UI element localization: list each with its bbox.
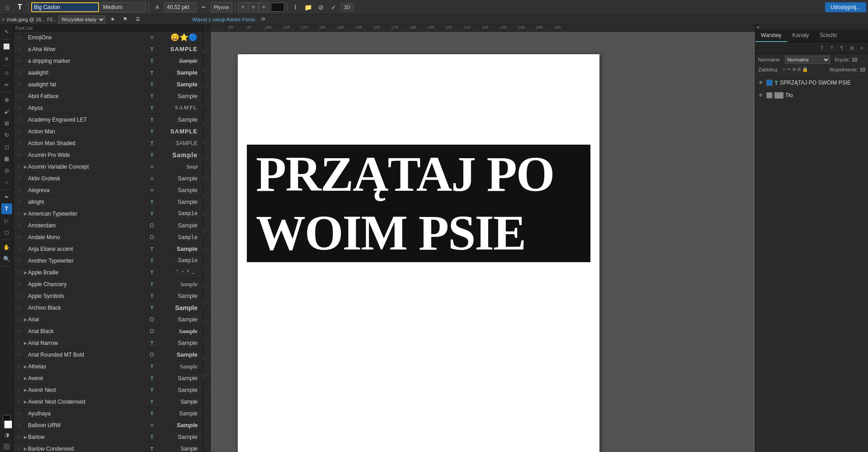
expand-icon[interactable]: ▶ [23,165,28,169]
settings-filter-icon[interactable]: ☰ [132,14,143,25]
background-color-box[interactable] [4,420,12,428]
font-list-item[interactable]: ☆AmsterdamOSample [14,220,203,231]
adobe-fonts-icon[interactable]: ⟳ [258,14,269,25]
color-box[interactable] [271,3,284,12]
layer-visibility-icon[interactable]: 👁 [757,80,764,86]
udostepnij-button[interactable]: Udostępnij... [825,2,866,12]
font-list-item[interactable]: ☆Alegreva⊕Sample [14,184,203,196]
font-list-item[interactable]: ☆Abril FatfaceTSample [14,90,203,102]
star-filter-icon[interactable]: ★ [107,14,118,25]
font-list-item[interactable]: ☆Arial BlackOSample [14,325,203,337]
star-icon[interactable]: ☆ [15,246,23,252]
tab-sciezki[interactable]: Ścieżki [814,29,842,42]
font-list-item[interactable]: ☆▶Avenir Next CondensedTSample [14,396,203,408]
font-list-item[interactable]: ☆Aktiv Grotesk⊕Sample [14,173,203,184]
expand-icon[interactable]: ▶ [23,212,28,216]
star-icon[interactable]: ☆ [15,34,23,40]
font-list-item[interactable]: ☆a dripping markerTSample [14,55,203,67]
star-icon[interactable]: ☆ [15,70,23,75]
adobe-fonts-link[interactable]: Więcej z usługi Adobe Fonts: [192,17,256,22]
gradient-tool[interactable]: ▦ [1,153,12,164]
rp-icon-4[interactable]: ⊞ [847,43,856,52]
expand-icon[interactable]: ▶ [23,388,28,392]
close-tab-btn[interactable]: × [2,17,5,22]
expand-icon[interactable]: ▶ [23,447,28,451]
scale-icon[interactable]: ⇔ [198,2,209,13]
font-list[interactable]: ☆EmojiOne⊕😀⭐🔵☆a Aha WowTSAMPLE☆a drippin… [14,32,203,452]
star-icon[interactable]: ☆ [15,93,23,99]
star-icon[interactable]: ☆ [15,293,23,299]
font-list-item[interactable]: ☆▶Avenir NextTSample [14,384,203,396]
flag-filter-icon[interactable]: ⚑ [120,14,131,25]
star-icon[interactable]: ☆ [15,152,23,158]
font-list-item[interactable]: ☆Action ManTSAMPLE [14,126,203,137]
font-list-item[interactable]: ☆Apple SymbolsTSample [14,290,203,302]
star-icon[interactable]: ☆ [15,387,23,393]
lock-transparent-icon[interactable]: ⊹ [782,66,786,72]
star-icon[interactable]: ☆ [15,164,23,170]
font-list-item[interactable]: ☆Anja Eliane accentTSample [14,243,203,255]
star-icon[interactable]: ☆ [15,316,23,322]
star-icon[interactable]: ☆ [15,281,23,287]
font-size-icon[interactable]: A [152,2,163,13]
star-icon[interactable]: ☆ [15,375,23,381]
align-center-btn[interactable]: ≡ [249,2,259,12]
font-list-item[interactable]: ☆Apple ChanceryTSample [14,278,203,290]
font-list-item[interactable]: ☆Another TypewriterTSample [14,255,203,267]
star-icon[interactable]: ☆ [15,399,23,405]
star-icon[interactable]: ☆ [15,410,23,416]
rectangle-marquee-tool[interactable]: ⬜ [1,41,12,52]
rp-icon-2[interactable]: T [827,43,836,52]
star-icon[interactable]: ☆ [15,128,23,134]
star-icon[interactable]: ☆ [15,46,23,52]
lock-all-icon[interactable]: 🔒 [802,66,808,72]
font-list-item[interactable]: ☆Balloon URW⊕Sample [14,419,203,431]
align-left-btn[interactable]: ≡ [238,2,248,12]
font-list-item[interactable]: ☆▶ArialOSample [14,314,203,325]
text-tool-icon[interactable]: T [14,2,25,13]
align-right-btn[interactable]: ≡ [259,2,269,12]
text-tool[interactable]: T [1,203,12,214]
font-list-item[interactable]: ☆▶AthelasTSample [14,361,203,372]
layer-row[interactable]: 👁□Tło [755,89,868,102]
font-list-item[interactable]: ☆▶AvenirTSample [14,372,203,384]
expand-icon[interactable]: ▶ [23,435,28,439]
rodzaj-dropdown[interactable]: Normalne [785,56,830,64]
home-icon[interactable]: ⌂ [2,2,13,13]
expand-icon[interactable]: ▶ [23,317,28,322]
rp-icon-3[interactable]: ¶ [837,43,846,52]
expand-icon[interactable]: ▶ [23,270,28,275]
star-icon[interactable]: ☆ [15,234,23,240]
star-icon[interactable]: ☆ [15,363,23,369]
font-list-item[interactable]: ☆▶Apple BrailleT⠀⠁⠂⠃⠄ [14,267,203,278]
star-icon[interactable]: ☆ [15,199,23,205]
font-list-item[interactable]: ☆allrightTSample [14,196,203,208]
flow-dropdown[interactable]: Płynne [211,2,232,12]
tab-warstwy[interactable]: Warstwy [755,29,787,42]
shape-tool[interactable]: ◻ [1,227,12,238]
star-icon[interactable]: ☆ [15,81,23,87]
open-icon[interactable]: 📁 [303,2,314,13]
font-list-item[interactable]: ☆Action Man ShadedTSAMPLE [14,137,203,149]
star-icon[interactable]: ☆ [15,222,23,228]
expand-icon[interactable]: ▶ [23,364,28,369]
dodge-tool[interactable]: ○ [1,177,12,188]
warp-icon[interactable]: ⌇ [290,2,301,13]
lock-position-icon[interactable]: ⊕ [792,66,796,72]
lock-image-icon[interactable]: ✏ [787,66,791,72]
font-list-item[interactable]: ☆▶Barlow CondensedTSample [14,443,203,452]
confirm-icon[interactable]: ✓ [328,2,339,13]
star-icon[interactable]: ☆ [15,269,23,275]
expand-icon[interactable]: ▶ [23,400,28,404]
rp-icon-5[interactable]: ≡ [857,43,866,52]
mask-mode-icon[interactable]: ◑ [1,429,12,440]
layer-visibility-icon[interactable]: 👁 [757,92,764,99]
layer-row[interactable]: 👁TSPRZĄTAJ PO SWOIM PSIE [755,76,868,89]
font-list-item[interactable]: ☆a Aha WowTSAMPLE [14,43,203,55]
star-icon[interactable]: ☆ [15,422,23,428]
canvas-scroll[interactable]: PRZĄTAJ PO WOIM PSIE [211,32,755,452]
star-icon[interactable]: ☆ [15,352,23,358]
star-icon[interactable]: ☆ [15,305,23,311]
font-list-item[interactable]: ☆Andale MonoOSample [14,231,203,243]
filter-dropdown[interactable]: Wszystkie klasy [58,15,105,24]
